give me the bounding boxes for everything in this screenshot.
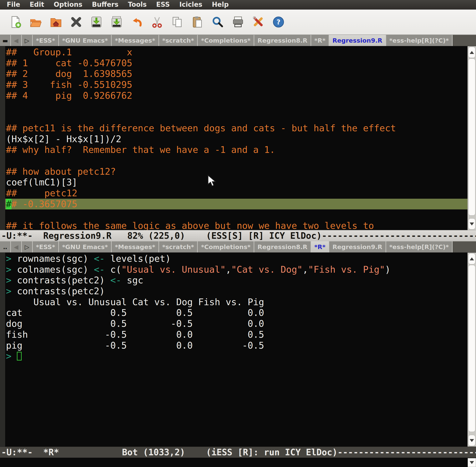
scroll-down-button[interactable] (468, 218, 476, 229)
close-icon[interactable] (70, 16, 82, 28)
buffer-line: ## 3 fish -0.5510295 (5, 79, 468, 90)
tab-completions[interactable]: *Completions* (198, 241, 254, 252)
left-fringe (0, 46, 5, 230)
modeline-source: -U:**- Regression9.R 82% (225,0) (ESS[S]… (0, 230, 476, 241)
home-folder-icon[interactable] (50, 16, 62, 28)
text-segment: colnames(sgc) (17, 264, 94, 275)
tab-r[interactable]: *R* (311, 241, 329, 252)
buffer-line: > rownames(sgc) <- levels(pet) (5, 253, 468, 264)
tab-bar-console: ‥◀▷*ESS**GNU Emacs**Messages**scratch**C… (0, 241, 476, 253)
help-icon[interactable]: ? (272, 16, 285, 28)
tabbar-menu-button[interactable]: ▬ (0, 35, 11, 46)
buffer-line: ## petc11 is the difference between dogs… (5, 123, 468, 134)
tab-scroll-right-button[interactable]: ▷ (22, 35, 33, 46)
menu-edit[interactable]: Edit (25, 0, 49, 9)
text-segment: > (6, 253, 17, 264)
open-folder-icon[interactable] (29, 16, 42, 28)
buffer-line: ## -0.3657075 (5, 199, 468, 210)
text-segment: sgc (121, 275, 143, 285)
paste-icon[interactable] (191, 16, 204, 28)
tab-ess[interactable]: *ESS* (33, 35, 59, 46)
text-segment: pig -0.5 0.0 -0.5 (6, 340, 264, 351)
text-segment: fish -0.5 0.0 0.5 (6, 329, 264, 340)
text-segment: > (6, 264, 17, 275)
tab-ess-help-r-c[interactable]: *ess-help[R](?C)* (386, 35, 453, 46)
buffer-line: ## Group.1 x (5, 47, 468, 58)
text-segment: <- (94, 253, 105, 264)
scroll-up-button[interactable] (468, 47, 476, 58)
tab-scratch[interactable]: *scratch* (159, 35, 198, 46)
menu-ess[interactable]: ESS (152, 0, 175, 9)
new-file-icon[interactable] (9, 16, 22, 28)
copy-icon[interactable] (171, 16, 184, 28)
tab-regression9-r[interactable]: Regression9.R (329, 241, 386, 252)
menu-help[interactable]: Help (207, 0, 233, 9)
text-segment: c( (105, 264, 121, 275)
menu-icicles[interactable]: Icicles (174, 0, 207, 9)
scrollbar-thumb[interactable] (468, 59, 476, 216)
source-scrollbar[interactable] (467, 46, 476, 230)
tab-messages[interactable]: *Messages* (112, 241, 159, 252)
text-segment: "Usual vs. Unusual" (121, 264, 226, 275)
minibuffer-scroll-button[interactable] (468, 458, 476, 467)
tab-scroll-left-button[interactable]: ◀ (11, 35, 22, 46)
buffer-line: > contrasts(petc2) (5, 286, 468, 297)
tab-ess[interactable]: *ESS* (33, 241, 59, 252)
tab-ess-help-r-c[interactable]: *ess-help[R](?C)* (386, 241, 453, 252)
menu-tools[interactable]: Tools (123, 0, 151, 9)
buffer-line: coef(lmC1)[3] (5, 177, 468, 188)
tab-gnu-emacs[interactable]: *GNU Emacs* (59, 35, 112, 46)
console-scrollbar[interactable] (467, 253, 476, 447)
tab-regression8-r[interactable]: Regression8.R (254, 35, 311, 46)
save-icon[interactable] (90, 16, 103, 28)
text-segment: ## it follows the same logic as above bu… (6, 220, 374, 230)
buffer-line: > colnames(sgc) <- c("Usual vs. Unusual"… (5, 264, 468, 275)
text-segment: ## 3 fish -0.5510295 (6, 79, 132, 90)
tab-regression8-r[interactable]: Regression8.R (254, 241, 311, 252)
text-segment: rownames(sgc) (17, 253, 94, 264)
text-segment: "Fish vs. Pig" (308, 264, 385, 275)
undo-icon[interactable] (131, 16, 143, 28)
tab-regression9-r[interactable]: Regression9.R (329, 35, 386, 46)
search-icon[interactable] (212, 16, 224, 28)
tab-scroll-right-button[interactable]: ▷ (22, 241, 33, 252)
preferences-icon[interactable] (252, 16, 264, 28)
buffer-line: Usual vs. Unusual Cat vs. Dog Fish vs. P… (5, 297, 468, 308)
source-window[interactable]: ## Group.1 x## 1 cat -0.5476705## 2 dog … (0, 46, 476, 230)
text-segment: ## petc12 (6, 188, 77, 198)
tab-completions[interactable]: *Completions* (198, 35, 254, 46)
buffer-line: ## petc12 (5, 188, 468, 199)
menu-options[interactable]: Options (49, 0, 87, 9)
scroll-up-button[interactable] (468, 253, 476, 264)
buffer-line: (Hx$x[2] - Hx$x[1])/2 (5, 134, 468, 144)
tab-scratch[interactable]: *scratch* (159, 241, 198, 252)
tab-gnu-emacs[interactable]: *GNU Emacs* (59, 241, 112, 252)
menu-file[interactable]: File (2, 0, 25, 9)
minibuffer[interactable] (0, 458, 476, 467)
print-icon[interactable] (232, 16, 244, 28)
buffer-line: ## 1 cat -0.5476705 (5, 58, 468, 69)
text-segment: coef(lmC1)[3] (6, 177, 77, 188)
cut-icon[interactable] (151, 16, 163, 28)
text-segment: levels(pet) (105, 253, 171, 264)
scrollbar-thumb[interactable] (468, 265, 476, 432)
tabbar-menu-button[interactable]: ‥ (0, 241, 11, 252)
scroll-down-button[interactable] (468, 435, 476, 446)
buffer-line: cat 0.5 0.5 0.0 (5, 307, 468, 318)
text-segment: > (6, 351, 17, 362)
left-fringe (0, 253, 5, 447)
tab-scroll-left-button[interactable]: ◀ (11, 241, 22, 252)
tab-r[interactable]: *R* (311, 35, 329, 46)
buffer-line: dog 0.5 -0.5 0.0 (5, 318, 468, 329)
menu-buffers[interactable]: Buffers (87, 0, 123, 9)
text-segment: "Cat vs. Dog" (231, 264, 303, 275)
text-segment: ## 4 pig 0.9266762 (6, 90, 132, 101)
up-arrow-icon (470, 51, 474, 54)
text-segment: (Hx$x[2] - Hx$x[1])/2 (6, 134, 121, 144)
text-segment: , (226, 264, 231, 275)
save-as-icon[interactable] (110, 16, 123, 28)
tab-messages[interactable]: *Messages* (112, 35, 159, 46)
text-segment: > (6, 275, 17, 285)
down-arrow-icon (470, 461, 474, 464)
console-window[interactable]: > rownames(sgc) <- levels(pet)> colnames… (0, 253, 476, 447)
